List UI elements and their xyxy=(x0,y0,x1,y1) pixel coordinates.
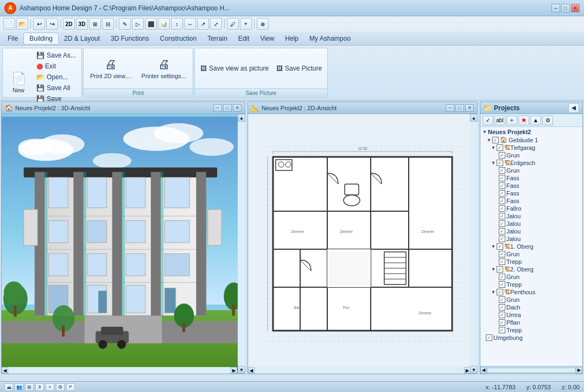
view-2d-minimize[interactable]: ─ xyxy=(446,104,454,112)
tree-item-jalou4[interactable]: Jalou xyxy=(481,235,581,243)
view-2d-scroll-track[interactable] xyxy=(470,122,478,366)
undo-back-btn[interactable]: ↩ xyxy=(33,18,45,30)
view-2d-hscrollbar[interactable]: ◀ ▶ xyxy=(248,367,471,374)
tree-item-umgebung[interactable]: Umgebung xyxy=(481,334,581,342)
mode-grid-btn[interactable]: ⊟ xyxy=(102,18,114,30)
maximize-button[interactable]: □ xyxy=(561,4,570,12)
printer-settings-button[interactable]: 🖨 Printer settings... xyxy=(137,50,191,86)
menu-view[interactable]: View xyxy=(255,33,280,44)
minimize-button[interactable]: ─ xyxy=(551,4,560,12)
tool-btn-4[interactable]: 📊 xyxy=(158,18,170,30)
mode-2d-btn[interactable]: 2D xyxy=(63,18,75,30)
mode-3d-btn[interactable]: 3D xyxy=(76,18,88,30)
tree-item-dach[interactable]: Dach xyxy=(481,304,581,311)
tree-cb-dach[interactable] xyxy=(499,304,505,311)
proj-scroll-left[interactable]: ◀ xyxy=(480,367,487,374)
tree-item-fass3[interactable]: Fass xyxy=(481,189,581,197)
tree-cb-umra[interactable] xyxy=(499,312,505,318)
tree-item-grun1[interactable]: Grun xyxy=(481,151,581,159)
statusbar-icon-plus[interactable]: + xyxy=(46,383,54,391)
tree-item-grun2[interactable]: Grun xyxy=(481,167,581,174)
proj-scroll-right[interactable]: ▶ xyxy=(576,367,582,374)
tree-item-trepp-oberg1[interactable]: Trepp xyxy=(481,258,581,265)
menu-construction[interactable]: Construction xyxy=(155,33,202,44)
view-3d-minimize[interactable]: ─ xyxy=(213,104,222,112)
tree-item-pflan[interactable]: Pflan xyxy=(481,319,581,326)
tree-cb-fass4[interactable] xyxy=(499,198,505,204)
mode-split-btn[interactable]: ⊞ xyxy=(89,18,101,30)
menu-terrain[interactable]: Terrain xyxy=(202,33,233,44)
tree-item-penthous[interactable]: ▼ 🏗 Penthous xyxy=(481,288,581,296)
open-quick-btn[interactable]: 📂 xyxy=(16,18,28,30)
view-3d-hscroll-track[interactable] xyxy=(8,367,231,374)
tree-cb-grun-oberg2[interactable] xyxy=(499,274,505,280)
tool-btn-5[interactable]: ↕ xyxy=(171,18,183,30)
menu-building[interactable]: Building xyxy=(23,33,59,45)
print-2d-button[interactable]: 🖨 Print 2D view.... xyxy=(86,50,136,86)
view-3d-scroll-right[interactable]: ▶ xyxy=(231,367,237,374)
save-view-as-picture-button[interactable]: 🖼 Save view as picture xyxy=(197,50,272,86)
tree-item-grun-penth[interactable]: Grun xyxy=(481,296,581,304)
menu-2dlayout[interactable]: 2D & Layout xyxy=(59,33,105,44)
tool-btn-6[interactable]: ↔ xyxy=(184,18,196,30)
proj-btn-add[interactable]: + xyxy=(506,116,517,125)
open-button[interactable]: 📂 Open... xyxy=(33,72,79,82)
tree-cb-jalou1[interactable] xyxy=(499,213,505,219)
tool-btn-2[interactable]: ▷ xyxy=(132,18,144,30)
statusbar-icon-grid[interactable]: ⊞ xyxy=(25,383,34,391)
tree-cb-grun-oberg1[interactable] xyxy=(499,251,505,257)
tree-item-erdgesch[interactable]: ▼ 🏗 Erdgesch xyxy=(481,159,581,167)
view-2d-hscroll-track[interactable] xyxy=(255,367,464,374)
statusbar-icon-people[interactable]: 👥 xyxy=(15,383,23,391)
proj-btn-label[interactable]: abl xyxy=(494,116,505,125)
tree-cb-grun2[interactable] xyxy=(499,167,505,174)
menu-myashampoo[interactable]: My Ashampoo xyxy=(304,33,356,44)
menu-file[interactable]: File xyxy=(2,33,23,44)
menu-edit[interactable]: Edit xyxy=(233,33,255,44)
tree-item-fass2[interactable]: Fass xyxy=(481,182,581,189)
tool-btn-7[interactable]: ↗ xyxy=(197,18,209,30)
tree-cb-tiefgarag[interactable] xyxy=(497,144,503,151)
undo-fwd-btn[interactable]: ↪ xyxy=(46,18,58,30)
tree-root[interactable]: ▼ Neues Projekt2 xyxy=(481,128,581,136)
tree-item-jalou1[interactable]: Jalou xyxy=(481,212,581,220)
tree-cb-jalou3[interactable] xyxy=(499,228,505,235)
proj-btn-checkall[interactable]: ✓ xyxy=(483,116,493,125)
tree-item-jalou2[interactable]: Jalou xyxy=(481,220,581,227)
tree-cb-pflan[interactable] xyxy=(499,319,505,326)
statusbar-icon-settings[interactable]: ⚙ xyxy=(56,383,65,391)
tree-item-gebaude1[interactable]: ▼ 🏠 Gebäude 1 xyxy=(481,136,581,144)
view-2d-maximize[interactable]: □ xyxy=(455,104,464,112)
tree-item-tiefgarag[interactable]: ▼ 🏗 Tiefgarag xyxy=(481,144,581,151)
proj-btn-delete[interactable]: ✖ xyxy=(518,116,529,125)
view-2d-close[interactable]: ✕ xyxy=(465,104,474,112)
tree-item-umra[interactable]: Umra xyxy=(481,311,581,319)
view-2d-vscrollbar[interactable]: ▲ ▼ xyxy=(471,114,477,374)
tool-btn-9[interactable]: 🖊 xyxy=(227,18,239,30)
tool-btn-11[interactable]: ⊕ xyxy=(257,18,269,30)
tree-cb-oberg2[interactable] xyxy=(497,266,503,273)
tree-item-jalou3[interactable]: Jalou xyxy=(481,227,581,235)
tree-cb-gebaude1[interactable] xyxy=(492,137,499,143)
tree-cb-fass2[interactable] xyxy=(499,182,505,189)
tree-item-trepp-penth[interactable]: Trepp xyxy=(481,326,581,334)
tree-cb-trepp-oberg2[interactable] xyxy=(499,281,505,288)
view-3d-scroll-down[interactable]: ▼ xyxy=(238,366,245,374)
menu-help[interactable]: Help xyxy=(280,33,304,44)
view-3d-maximize[interactable]: □ xyxy=(223,104,232,112)
menu-3dfunctions[interactable]: 3D Functions xyxy=(105,33,155,44)
save-all-button[interactable]: 💾 Save All xyxy=(33,83,79,93)
tree-cb-fass3[interactable] xyxy=(499,190,505,197)
proj-btn-up[interactable]: ▲ xyxy=(530,116,541,125)
projects-collapse[interactable]: ◀ xyxy=(568,103,579,113)
proj-scroll-track[interactable] xyxy=(487,368,576,373)
view-3d-scroll-left[interactable]: ◀ xyxy=(2,367,8,374)
tool-btn-10[interactable]: ⌖ xyxy=(240,18,252,30)
tree-cb-grun1[interactable] xyxy=(499,152,505,159)
tree-cb-umgebung[interactable] xyxy=(486,334,492,341)
tree-item-fallro[interactable]: Fallro xyxy=(481,205,581,212)
tree-cb-trepp-oberg1[interactable] xyxy=(499,258,505,265)
close-button[interactable]: ✕ xyxy=(571,4,580,12)
tree-item-oberg1[interactable]: ▼ 🏗 1. Oberg xyxy=(481,243,581,250)
view-3d-vscrollbar[interactable]: ▲ ▼ xyxy=(238,114,245,374)
